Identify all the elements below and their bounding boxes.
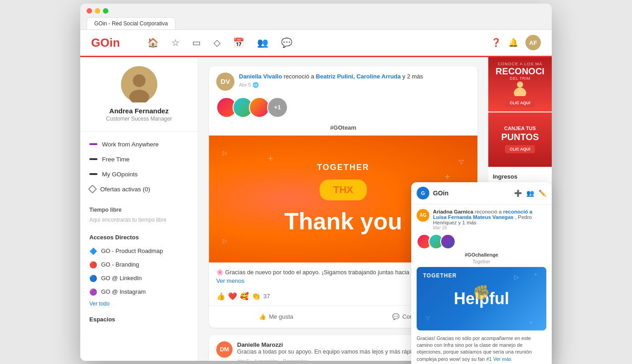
free-time-icon bbox=[89, 158, 97, 160]
canjea-label: CANJEA TUS bbox=[504, 126, 536, 131]
svg-point-4 bbox=[514, 87, 526, 96]
ingresos-title: Ingresos bbox=[493, 173, 547, 180]
overlay-post: AG Ariadna Garnica reconoció a reconoció… bbox=[411, 204, 552, 364]
comment-icon: 💬 bbox=[392, 313, 399, 320]
profile-avatar bbox=[121, 66, 157, 102]
notification-icon[interactable]: 🔔 bbox=[508, 38, 518, 48]
thx-bubble: THX bbox=[320, 180, 367, 200]
nav-window-icon[interactable]: ▭ bbox=[192, 37, 201, 48]
sidebar-item-work-anywhere[interactable]: Work from Anywhere bbox=[80, 137, 198, 152]
nav-people-icon[interactable]: 👥 bbox=[257, 37, 268, 48]
sidebar-item-free-time[interactable]: Free Time bbox=[80, 152, 198, 167]
comment-content: Danielle Marozzi Gracias a todas por su … bbox=[237, 341, 428, 361]
nav-home-icon[interactable]: 🏠 bbox=[147, 37, 159, 48]
canjea-bg: CANJEA TUS PUNTOS CLIC AQUÍ bbox=[488, 112, 552, 167]
ver-todo-link[interactable]: Ver todo bbox=[80, 299, 198, 311]
sidebar: Andrea Fernandez Customer Sucess Manager… bbox=[80, 57, 198, 361]
reaction-thumbs: 👍 bbox=[216, 292, 225, 301]
acceso-linkedin[interactable]: 🔵 GO @ LinkedIn bbox=[80, 272, 198, 285]
nav-icons: 🏠 ☆ ▭ ◇ 📅 👥 💬 bbox=[147, 37, 491, 48]
post-avatars: +1 bbox=[209, 95, 477, 122]
overlay-add-icon[interactable]: ➕ bbox=[514, 189, 522, 197]
overlay-header-icons: ➕ 👥 ✏️ bbox=[514, 189, 546, 197]
comment-date: Abr 5 bbox=[237, 359, 249, 361]
overlay-logo-avatar: G bbox=[417, 187, 429, 199]
acceso-instagram[interactable]: 🟣 GO @ Instagram bbox=[80, 285, 198, 299]
ver-menos-link[interactable]: Ver menos bbox=[216, 277, 244, 284]
post-hashtag: #GOteam bbox=[209, 122, 477, 136]
comment-meta: Abr 5 1 reacción Responder bbox=[237, 359, 428, 361]
sidebar-nav-section: Work from Anywhere Free Time My GOpoints… bbox=[80, 131, 198, 202]
nav-diamond-icon[interactable]: ◇ bbox=[214, 37, 220, 48]
overlay-edit-icon[interactable]: ✏️ bbox=[539, 189, 546, 197]
comment-text: Gracias a todas por su apoyo. En equipo … bbox=[237, 348, 428, 356]
reconocidos-banner: CONOCE A LOS MÁ RECONOCI DEL TRIM CLIC A… bbox=[488, 57, 552, 112]
together-card-label: TOGETHER bbox=[423, 272, 457, 279]
post-recognition-verb: reconoció a bbox=[284, 73, 314, 80]
google-icon: 🔴 bbox=[89, 261, 97, 268]
comment-author: Danielle Marozzi bbox=[237, 341, 428, 348]
acceso-branding[interactable]: 🔴 GO - Branding bbox=[80, 258, 198, 272]
decor-triangle-overlay-1: ▷ bbox=[514, 273, 519, 281]
reaction-love: 🥰 bbox=[240, 292, 249, 301]
nav-calendar-icon[interactable]: 📅 bbox=[233, 37, 244, 48]
decor-triangle-overlay-2: ▽ bbox=[426, 315, 430, 321]
decor-triangle-3: ▷ bbox=[223, 237, 228, 244]
nav-chat-icon[interactable]: 💬 bbox=[281, 37, 292, 48]
user-avatar[interactable]: AF bbox=[525, 35, 541, 50]
post-extra: y 2 más bbox=[403, 73, 423, 80]
dot-green[interactable] bbox=[103, 8, 108, 14]
nav-star-icon[interactable]: ☆ bbox=[171, 37, 180, 48]
like-button[interactable]: 👍 Me gusta bbox=[211, 309, 341, 324]
top-nav: GOin 🏠 ☆ ▭ ◇ 📅 👥 💬 ❓ 🔔 AF bbox=[80, 30, 552, 57]
post-author-line: Daniella Vivallo reconoció a Beatriz Pul… bbox=[239, 73, 470, 81]
acceso-product-roadmap[interactable]: 🔷 GO - Product Roadmap bbox=[80, 244, 198, 258]
linkedin-icon: 🔵 bbox=[89, 275, 97, 282]
overlay-recognized-text: reconoció a bbox=[475, 209, 503, 214]
decor-plus-overlay-2: + bbox=[530, 320, 533, 326]
dot-red[interactable] bbox=[87, 8, 92, 14]
overlay-hashtag-sub: Together bbox=[417, 259, 546, 264]
comment-reactions: 1 reacción bbox=[254, 359, 277, 361]
overlay-post-meta: Ariadna Garnica reconoció a reconoció a … bbox=[433, 209, 546, 230]
comment-reply[interactable]: Responder bbox=[283, 359, 307, 361]
fist-icon: ✊ bbox=[472, 284, 491, 301]
post-image-text: TOGETHER THX Thank you bbox=[275, 154, 411, 244]
del-tri-label: DEL TRIM bbox=[510, 76, 530, 81]
profile-role: Customer Sucess Manager bbox=[88, 116, 190, 122]
post-meta: Daniella Vivallo reconoció a Beatriz Pul… bbox=[239, 73, 470, 88]
profile-name: Andrea Fernandez bbox=[88, 107, 190, 115]
overlay-hashtag: #GOchallenge bbox=[417, 252, 546, 257]
overlay-ver-mas[interactable]: Ver más bbox=[493, 356, 511, 362]
ofertas-icon bbox=[88, 184, 97, 194]
decor-triangle-1: ▷ bbox=[223, 149, 228, 156]
user-avatar-initials: AF bbox=[529, 39, 537, 46]
drive-icon: 🔷 bbox=[89, 248, 97, 255]
browser-tab[interactable]: GOin - Red Social Corporativa bbox=[87, 17, 175, 29]
canjea-clic-btn[interactable]: CLIC AQUÍ bbox=[505, 145, 535, 153]
overlay-date: Mar 26 bbox=[433, 225, 546, 230]
svg-point-1 bbox=[133, 74, 146, 87]
overlay-header: G GOin ➕ 👥 ✏️ bbox=[411, 182, 552, 204]
logo-go: GO bbox=[91, 36, 109, 49]
reconocidos-clic-btn[interactable]: CLIC AQUÍ bbox=[505, 99, 535, 107]
dot-yellow[interactable] bbox=[95, 8, 100, 14]
overlay-mini-av-3 bbox=[440, 234, 456, 249]
overlay-post-avatar: AG bbox=[417, 209, 429, 222]
work-anywhere-icon bbox=[89, 143, 97, 145]
post-author-name: Daniella Vivallo bbox=[239, 73, 282, 80]
logo: GOin bbox=[91, 36, 120, 50]
conoce-label: CONOCE A LOS MÁ bbox=[498, 62, 543, 66]
sidebar-item-gopoints[interactable]: My GOpoints bbox=[80, 167, 198, 182]
sidebar-item-ofertas[interactable]: Ofertas activas (0) bbox=[80, 182, 198, 197]
overlay-avatars bbox=[417, 234, 546, 249]
overlay-people-icon[interactable]: 👥 bbox=[526, 189, 534, 197]
profile-section: Andrea Fernandez Customer Sucess Manager bbox=[80, 66, 198, 131]
overlay-caption: Gracias! Gracias no sólo por acompañarme… bbox=[417, 333, 546, 364]
help-icon[interactable]: ❓ bbox=[491, 38, 501, 48]
comment-avatar: DM bbox=[216, 341, 233, 358]
browser-chrome: GOin - Red Social Corporativa bbox=[80, 4, 552, 30]
puntos-label: PUNTOS bbox=[501, 132, 539, 142]
reaction-clap: 👏 bbox=[252, 292, 261, 301]
post-header: DV Daniella Vivallo reconoció a Beatriz … bbox=[209, 66, 477, 95]
